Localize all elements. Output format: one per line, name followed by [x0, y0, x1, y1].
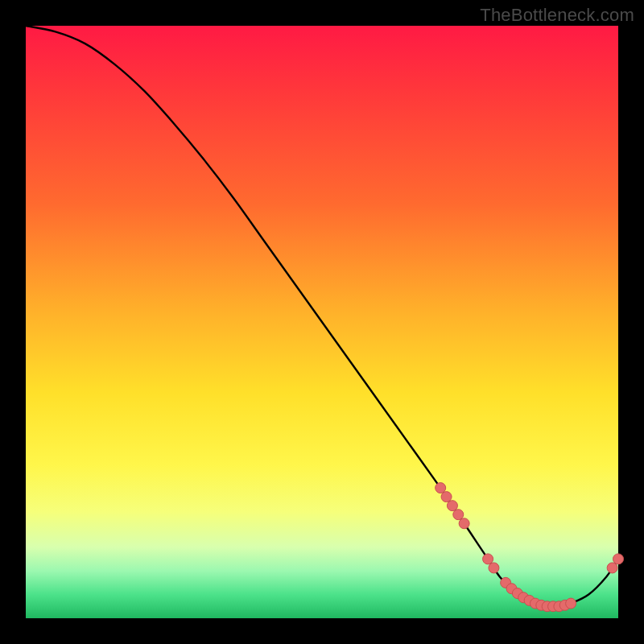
curve-marker	[607, 563, 617, 573]
curve-marker	[447, 501, 457, 511]
curve-marker	[566, 598, 576, 609]
chart-stage: TheBottleneck.com	[0, 0, 644, 644]
chart-svg	[26, 26, 618, 618]
curve-marker	[453, 510, 464, 520]
curve-marker	[489, 563, 499, 573]
plot-area	[26, 26, 618, 618]
curve-marker	[441, 492, 452, 502]
curve-markers	[436, 483, 624, 612]
curve-marker	[483, 554, 493, 564]
curve-marker	[613, 554, 624, 564]
curve-marker	[436, 483, 446, 493]
bottleneck-curve	[26, 26, 618, 607]
curve-marker	[459, 518, 469, 529]
watermark-text: TheBottleneck.com	[480, 5, 634, 26]
